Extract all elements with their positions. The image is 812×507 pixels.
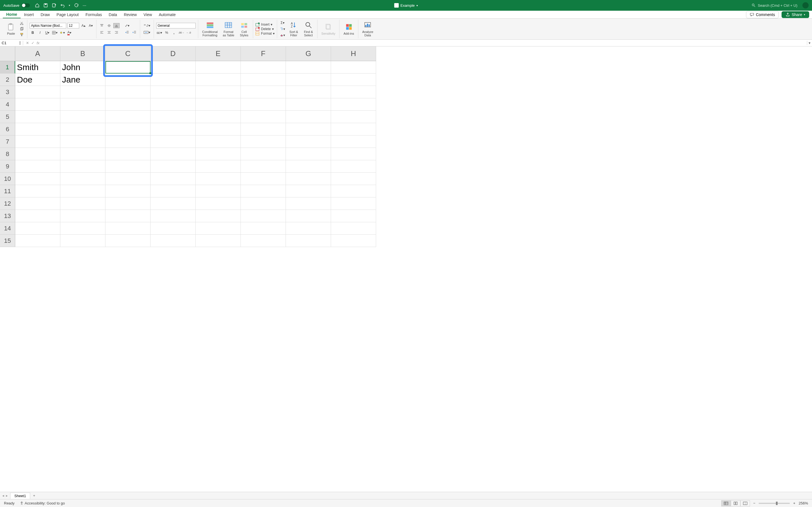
tab-home[interactable]: Home bbox=[3, 11, 20, 18]
percent-icon[interactable]: % bbox=[163, 30, 170, 35]
underline-button[interactable]: U▾ bbox=[44, 30, 50, 35]
cell[interactable] bbox=[196, 198, 241, 210]
clear-icon[interactable]: ▾ bbox=[280, 33, 286, 38]
cell[interactable] bbox=[60, 148, 105, 160]
align-center-icon[interactable] bbox=[106, 30, 112, 35]
cell[interactable] bbox=[331, 73, 376, 86]
row-header[interactable]: 7 bbox=[0, 135, 15, 148]
cell[interactable] bbox=[105, 148, 151, 160]
cell[interactable] bbox=[60, 160, 105, 173]
cell[interactable] bbox=[151, 61, 196, 73]
align-top-icon[interactable] bbox=[99, 23, 105, 28]
cancel-formula-icon[interactable]: ✕ bbox=[26, 41, 29, 45]
cell[interactable] bbox=[286, 160, 331, 173]
autosum-icon[interactable]: Σ▾ bbox=[280, 20, 286, 25]
cell[interactable] bbox=[15, 123, 60, 135]
cell[interactable] bbox=[15, 111, 60, 123]
row-header[interactable]: 6 bbox=[0, 123, 15, 135]
decrease-font-icon[interactable]: A▾ bbox=[88, 23, 94, 28]
row-header[interactable]: 4 bbox=[0, 98, 15, 111]
cell[interactable] bbox=[286, 235, 331, 247]
cell[interactable] bbox=[60, 198, 105, 210]
cell[interactable] bbox=[15, 235, 60, 247]
cell[interactable] bbox=[60, 135, 105, 148]
cell[interactable] bbox=[105, 86, 151, 98]
chevron-down-icon[interactable]: ▾ bbox=[416, 4, 418, 7]
row-header[interactable]: 8 bbox=[0, 148, 15, 160]
align-left-icon[interactable] bbox=[99, 30, 105, 35]
column-header[interactable]: H bbox=[331, 47, 376, 61]
cell[interactable] bbox=[241, 222, 286, 235]
decrease-indent-icon[interactable] bbox=[124, 30, 130, 35]
cell[interactable] bbox=[105, 185, 151, 198]
cell[interactable] bbox=[15, 86, 60, 98]
row-header[interactable]: 1 bbox=[0, 61, 15, 73]
tab-page-layout[interactable]: Page Layout bbox=[53, 11, 82, 18]
number-format-select[interactable] bbox=[156, 23, 196, 29]
cell[interactable] bbox=[60, 111, 105, 123]
name-box-stepper-icon[interactable]: ▲▼ bbox=[19, 41, 21, 45]
paste-button[interactable]: Paste bbox=[4, 22, 17, 36]
cell[interactable] bbox=[151, 86, 196, 98]
cell[interactable] bbox=[286, 86, 331, 98]
cell[interactable] bbox=[241, 135, 286, 148]
cell[interactable] bbox=[15, 148, 60, 160]
row-header[interactable]: 10 bbox=[0, 173, 15, 185]
cell[interactable] bbox=[196, 185, 241, 198]
cell[interactable] bbox=[241, 173, 286, 185]
cell[interactable] bbox=[331, 185, 376, 198]
row-header[interactable]: 14 bbox=[0, 222, 15, 235]
cell[interactable] bbox=[60, 210, 105, 222]
addins-button[interactable]: Add-ins bbox=[342, 22, 356, 36]
redo-icon[interactable] bbox=[74, 3, 79, 8]
cell[interactable] bbox=[105, 160, 151, 173]
tab-automate[interactable]: Automate bbox=[155, 11, 179, 18]
cell[interactable]: Jane bbox=[60, 73, 105, 86]
more-icon[interactable]: ⋯ bbox=[83, 3, 86, 8]
cell[interactable] bbox=[196, 148, 241, 160]
cell[interactable] bbox=[105, 135, 151, 148]
find-select-button[interactable]: Find & Select bbox=[302, 20, 315, 38]
cell[interactable] bbox=[15, 160, 60, 173]
tab-draw[interactable]: Draw bbox=[37, 11, 53, 18]
cell[interactable] bbox=[196, 73, 241, 86]
cell[interactable] bbox=[105, 235, 151, 247]
cell[interactable] bbox=[241, 198, 286, 210]
search-box[interactable]: Search (Cmd + Ctrl + U) bbox=[752, 3, 797, 8]
tab-insert[interactable]: Insert bbox=[20, 11, 37, 18]
cell[interactable] bbox=[286, 111, 331, 123]
increase-font-icon[interactable]: A▴ bbox=[80, 23, 87, 28]
cell[interactable] bbox=[331, 86, 376, 98]
cell[interactable] bbox=[241, 235, 286, 247]
fill-color-icon[interactable]: ▾ bbox=[59, 30, 65, 35]
expand-formula-bar-icon[interactable]: ▾ bbox=[807, 41, 812, 45]
cell[interactable] bbox=[105, 173, 151, 185]
merge-cells-icon[interactable]: ▾ bbox=[142, 30, 151, 35]
home-icon[interactable] bbox=[35, 3, 40, 8]
cell[interactable] bbox=[286, 210, 331, 222]
cell[interactable] bbox=[15, 210, 60, 222]
cell[interactable] bbox=[151, 123, 196, 135]
wrap-text-icon[interactable]: ab▾ bbox=[142, 23, 151, 28]
column-header[interactable]: B bbox=[60, 47, 105, 61]
cell[interactable] bbox=[286, 173, 331, 185]
cell[interactable] bbox=[60, 98, 105, 111]
row-header[interactable]: 3 bbox=[0, 86, 15, 98]
cell[interactable] bbox=[286, 222, 331, 235]
cell[interactable] bbox=[241, 98, 286, 111]
cell[interactable] bbox=[15, 98, 60, 111]
cell[interactable] bbox=[241, 148, 286, 160]
cell[interactable] bbox=[151, 173, 196, 185]
cell[interactable] bbox=[331, 222, 376, 235]
normal-view-icon[interactable] bbox=[721, 500, 731, 506]
cell[interactable]: Doe bbox=[15, 73, 60, 86]
decrease-decimal-icon[interactable]: ←.0 bbox=[186, 30, 192, 35]
cell[interactable] bbox=[331, 160, 376, 173]
orientation-icon[interactable]: ⤢▾ bbox=[124, 23, 130, 28]
column-header[interactable]: G bbox=[286, 47, 331, 61]
cell[interactable] bbox=[196, 123, 241, 135]
increase-indent-icon[interactable] bbox=[132, 30, 138, 35]
cell[interactable] bbox=[196, 210, 241, 222]
add-sheet-button[interactable]: + bbox=[30, 494, 38, 498]
column-header[interactable]: C bbox=[105, 47, 151, 61]
